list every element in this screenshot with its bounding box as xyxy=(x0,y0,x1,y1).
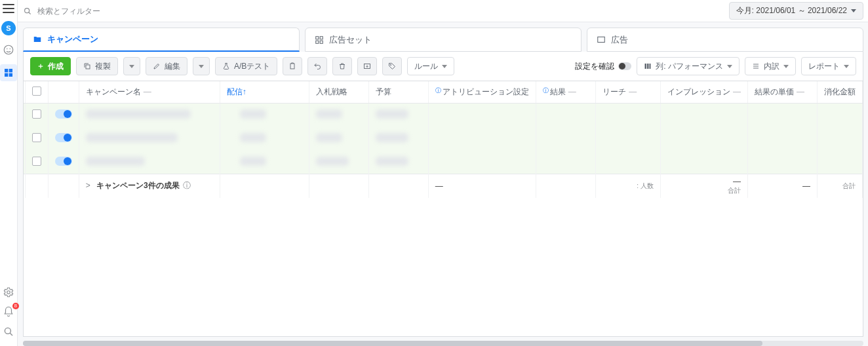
svg-rect-20 xyxy=(647,64,649,69)
horizontal-scrollbar[interactable] xyxy=(23,341,863,346)
notifications-icon[interactable]: 8 xyxy=(2,305,15,318)
row-checkbox[interactable] xyxy=(32,133,41,142)
svg-rect-10 xyxy=(316,36,319,39)
summary-impressions: — xyxy=(667,177,741,186)
pencil-icon xyxy=(153,62,161,70)
ad-icon xyxy=(597,35,606,45)
toolbar: 作成 複製 編集 A/Bテスト xyxy=(23,52,863,81)
table-row[interactable] xyxy=(24,104,863,127)
svg-rect-6 xyxy=(9,73,12,77)
search-bar[interactable] xyxy=(23,7,729,16)
grid-icon[interactable] xyxy=(0,64,17,81)
table-row[interactable] xyxy=(24,127,863,151)
tab-adsets[interactable]: 広告セット xyxy=(305,28,582,52)
svg-point-8 xyxy=(5,328,10,334)
row-toggle[interactable] xyxy=(55,157,72,166)
tab-label: キャンペーン xyxy=(47,33,98,45)
duplicate-button[interactable]: 複製 xyxy=(76,57,118,75)
plus-icon xyxy=(37,63,44,69)
svg-point-9 xyxy=(25,8,30,12)
col-results[interactable]: ⓘ結果— xyxy=(536,81,595,104)
check-settings-toggle[interactable]: 設定を確認 xyxy=(575,61,631,72)
svg-rect-12 xyxy=(316,41,319,43)
trash-icon xyxy=(338,62,346,70)
undo-button[interactable] xyxy=(307,57,327,75)
col-budget[interactable]: 予算 xyxy=(368,81,428,104)
row-toggle[interactable] xyxy=(55,133,72,142)
clipboard-button[interactable] xyxy=(283,57,302,75)
col-campaign-name[interactable]: キャンペーン名— xyxy=(79,81,220,104)
summary-cost: — xyxy=(755,182,810,191)
folder-icon xyxy=(33,35,42,44)
search-rail-icon[interactable] xyxy=(2,325,15,338)
tab-campaigns[interactable]: キャンペーン xyxy=(23,28,300,52)
hamburger-menu[interactable] xyxy=(3,4,14,13)
svg-rect-14 xyxy=(598,37,605,42)
summary-amount-sub: 合計 xyxy=(824,182,856,191)
left-rail: S 8 xyxy=(0,0,18,346)
breakdown-button[interactable]: 内訳 xyxy=(745,57,796,75)
info-icon: ⓘ xyxy=(183,181,191,190)
export-icon xyxy=(363,62,371,70)
breakdown-icon xyxy=(752,62,760,70)
col-attribution[interactable]: ⓘアトリビューション設定 xyxy=(428,81,536,104)
col-cost[interactable]: 結果の単価— xyxy=(747,81,817,104)
summary-impr-sub: 合計 xyxy=(667,186,741,195)
table-row[interactable] xyxy=(24,151,863,174)
svg-rect-15 xyxy=(86,65,90,69)
row-checkbox[interactable] xyxy=(32,157,41,166)
tabs: キャンペーン 広告セット 広告 xyxy=(23,28,863,52)
duplicate-dropdown[interactable] xyxy=(123,57,140,75)
columns-button[interactable]: 列: パフォーマンス xyxy=(637,57,740,75)
summary-reach-sub: : 人数 xyxy=(602,182,654,191)
abtest-button[interactable]: A/Bテスト xyxy=(215,57,277,75)
svg-rect-16 xyxy=(290,64,294,69)
columns-label: 列: パフォーマンス xyxy=(656,61,723,72)
col-reach[interactable]: リーチ— xyxy=(596,81,661,104)
create-label: 作成 xyxy=(48,61,64,72)
col-impressions[interactable]: インプレッション— xyxy=(660,81,747,104)
col-spent[interactable]: 消化金額 xyxy=(818,81,863,104)
summary-label: キャンペーン3件の成果 xyxy=(96,181,180,190)
account-avatar[interactable]: S xyxy=(1,21,16,35)
col-bid[interactable]: 入札戦略 xyxy=(309,81,368,104)
svg-rect-13 xyxy=(320,41,323,43)
search-icon xyxy=(23,7,32,16)
svg-rect-19 xyxy=(645,64,647,69)
svg-point-7 xyxy=(7,291,10,294)
select-all-checkbox[interactable] xyxy=(32,86,41,96)
search-input[interactable] xyxy=(37,7,729,16)
rules-label: ルール xyxy=(414,61,438,72)
tag-button[interactable] xyxy=(382,57,402,75)
rules-button[interactable]: ルール xyxy=(407,57,454,75)
edit-button[interactable]: 編集 xyxy=(146,57,187,75)
create-button[interactable]: 作成 xyxy=(30,57,71,75)
report-label: レポート xyxy=(808,61,840,72)
copy-icon xyxy=(83,62,91,70)
edit-dropdown[interactable] xyxy=(193,57,210,75)
chevron-down-icon xyxy=(727,65,732,68)
chevron-down-icon xyxy=(129,65,134,68)
expand-icon[interactable]: > xyxy=(86,181,90,190)
date-range-label: 今月: 2021/06/01 ～ 2021/06/22 xyxy=(736,5,847,16)
settings-icon[interactable] xyxy=(2,286,15,299)
svg-rect-5 xyxy=(5,73,8,77)
date-range-button[interactable]: 今月: 2021/06/01 ～ 2021/06/22 xyxy=(729,2,863,20)
adset-icon xyxy=(315,35,324,45)
undo-icon xyxy=(313,62,321,70)
svg-rect-4 xyxy=(9,69,12,72)
flask-icon xyxy=(222,62,230,70)
col-delivery[interactable]: 配信↑ xyxy=(220,81,309,104)
row-toggle[interactable] xyxy=(55,109,72,119)
chevron-down-icon xyxy=(844,65,849,68)
tab-ads[interactable]: 広告 xyxy=(587,28,863,52)
report-button[interactable]: レポート xyxy=(801,57,856,75)
tag-icon xyxy=(388,62,396,70)
trash-button[interactable] xyxy=(332,57,352,75)
svg-rect-11 xyxy=(320,36,323,39)
row-checkbox[interactable] xyxy=(32,109,41,119)
face-icon[interactable] xyxy=(2,43,15,56)
svg-point-0 xyxy=(4,45,13,54)
export-button[interactable] xyxy=(357,57,377,75)
svg-rect-21 xyxy=(650,64,651,69)
